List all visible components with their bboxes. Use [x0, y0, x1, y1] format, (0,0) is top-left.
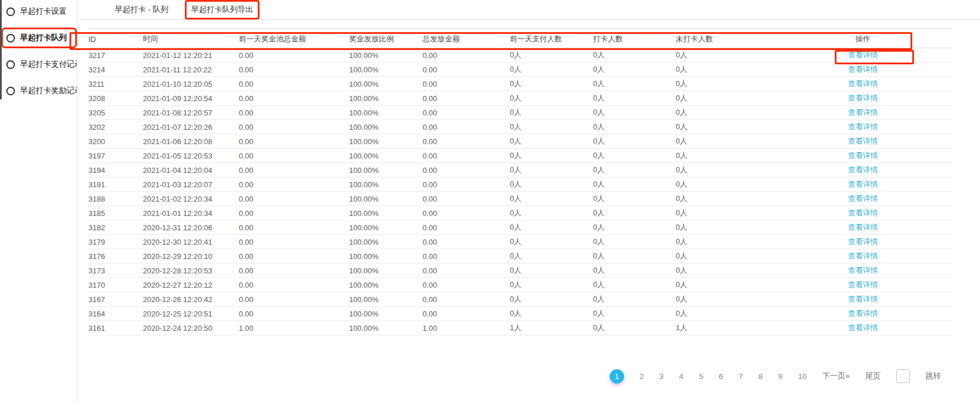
- cell-pool-amount: 1.00: [239, 324, 349, 333]
- page-number-4[interactable]: 4: [679, 372, 684, 381]
- view-detail-link[interactable]: 查看详情: [848, 180, 878, 188]
- cell-action: 查看详情: [773, 294, 952, 304]
- view-detail-link[interactable]: 查看详情: [848, 165, 878, 174]
- column-header-7: 未打卡人数: [676, 34, 773, 44]
- cell-ratio: 100.00%: [349, 324, 423, 333]
- cell-id: 3200: [88, 137, 143, 146]
- view-detail-link[interactable]: 查看详情: [848, 266, 878, 275]
- cell-action: 查看详情: [773, 165, 952, 175]
- view-detail-link[interactable]: 查看详情: [848, 194, 878, 203]
- sidebar-item-3[interactable]: 早起打卡奖励记录: [1, 80, 77, 101]
- page-number-3[interactable]: 3: [659, 372, 664, 381]
- cell-pool-amount: 0.00: [239, 152, 349, 160]
- page-number-5[interactable]: 5: [699, 372, 703, 381]
- jump-page-input[interactable]: [896, 369, 910, 383]
- cell-paid-count: 0人: [510, 150, 593, 161]
- cell-time: 2020-12-31 12:20:06: [143, 223, 239, 232]
- view-detail-link[interactable]: 查看详情: [848, 208, 878, 217]
- cell-unchecked-count: 0人: [676, 208, 773, 218]
- cell-total-amount: 0.00: [423, 94, 510, 103]
- cell-ratio: 100.00%: [349, 295, 423, 304]
- jump-button[interactable]: 跳转: [925, 371, 941, 381]
- cell-id: 3191: [88, 180, 143, 189]
- view-detail-link[interactable]: 查看详情: [848, 151, 878, 160]
- cell-checked-count: 0人: [593, 294, 676, 304]
- view-detail-link[interactable]: 查看详情: [848, 237, 878, 246]
- cell-checked-count: 0人: [593, 64, 676, 75]
- cell-total-amount: 0.00: [423, 310, 510, 318]
- tab-0[interactable]: 早起打卡 - 队列: [109, 0, 175, 20]
- cell-unchecked-count: 0人: [676, 93, 773, 103]
- cell-checked-count: 0人: [593, 280, 676, 290]
- cell-total-amount: 1.00: [423, 324, 510, 333]
- cell-pool-amount: 0.00: [239, 51, 349, 60]
- cell-id: 3182: [88, 223, 143, 232]
- view-detail-link[interactable]: 查看详情: [848, 280, 878, 289]
- cell-id: 3217: [88, 51, 143, 60]
- cell-id: 3164: [88, 310, 143, 318]
- view-detail-link[interactable]: 查看详情: [848, 94, 878, 102]
- cell-unchecked-count: 1人: [676, 323, 773, 333]
- last-page-button[interactable]: 尾页: [865, 371, 881, 381]
- queue-table: ID时间前一天奖金池总金额奖金发放比例总发放金额前一天支付人数打卡人数未打卡人数…: [88, 28, 952, 335]
- cell-id: 3197: [88, 152, 143, 160]
- page-number-7[interactable]: 7: [738, 372, 743, 381]
- table-row: 3208 2021-01-09 12:20:54 0.00 100.00% 0.…: [88, 91, 952, 106]
- table-row: 3214 2021-01-11 12:20:22 0.00 100.00% 0.…: [88, 63, 952, 77]
- cell-time: 2021-01-04 12:20:04: [143, 166, 239, 175]
- cell-id: 3188: [88, 195, 143, 203]
- table-row: 3217 2021-01-12 12:20:21 0.00 100.00% 0.…: [88, 48, 952, 63]
- view-detail-link[interactable]: 查看详情: [848, 108, 878, 117]
- cell-pool-amount: 0.00: [239, 166, 349, 175]
- sidebar-item-0[interactable]: 早起打卡设置: [1, 1, 77, 22]
- view-detail-link[interactable]: 查看详情: [848, 137, 878, 145]
- tab-1[interactable]: 早起打卡队列导出: [185, 0, 259, 20]
- cell-ratio: 100.00%: [349, 223, 423, 232]
- view-detail-link[interactable]: 查看详情: [848, 252, 878, 260]
- page-number-10[interactable]: 10: [798, 372, 807, 381]
- cell-action: 查看详情: [773, 280, 952, 290]
- cell-paid-count: 0人: [510, 64, 593, 75]
- page-number-6[interactable]: 6: [719, 372, 723, 381]
- view-detail-link[interactable]: 查看详情: [848, 223, 878, 231]
- view-detail-link[interactable]: 查看详情: [848, 309, 878, 318]
- cell-action: 查看详情: [773, 251, 952, 261]
- next-page-button[interactable]: 下一页»: [822, 371, 850, 381]
- cell-time: 2021-01-02 12:20:34: [143, 195, 239, 203]
- cell-ratio: 100.00%: [349, 152, 423, 160]
- column-header-4: 总发放金额: [423, 34, 510, 44]
- cell-total-amount: 0.00: [423, 281, 510, 289]
- view-detail-link[interactable]: 查看详情: [848, 122, 878, 131]
- page-number-8[interactable]: 8: [758, 372, 763, 381]
- cell-pool-amount: 0.00: [239, 266, 349, 275]
- page-number-1[interactable]: 1: [610, 369, 624, 384]
- cell-time: 2020-12-30 12:20:41: [143, 238, 239, 246]
- column-header-1: 时间: [143, 34, 239, 44]
- cell-ratio: 100.00%: [349, 80, 423, 88]
- view-detail-link[interactable]: 查看详情: [848, 51, 878, 59]
- cell-id: 3170: [88, 281, 143, 289]
- view-detail-link[interactable]: 查看详情: [848, 65, 878, 74]
- cell-paid-count: 0人: [510, 93, 593, 103]
- cell-checked-count: 0人: [593, 79, 676, 89]
- cell-paid-count: 0人: [510, 251, 593, 261]
- radio-circle-icon: [6, 87, 15, 95]
- cell-time: 2020-12-26 12:20:42: [143, 295, 239, 304]
- table-header-row: ID时间前一天奖金池总金额奖金发放比例总发放金额前一天支付人数打卡人数未打卡人数…: [88, 28, 952, 48]
- cell-id: 3214: [88, 65, 143, 74]
- page-number-9[interactable]: 9: [778, 372, 783, 381]
- sidebar-item-2[interactable]: 早起打卡支付记录: [1, 54, 77, 75]
- cell-unchecked-count: 0人: [676, 122, 773, 132]
- sidebar-item-label: 早起打卡奖励记录: [20, 86, 78, 96]
- table-row: 3205 2021-01-08 12:20:57 0.00 100.00% 0.…: [88, 106, 952, 120]
- view-detail-link[interactable]: 查看详情: [848, 79, 878, 88]
- cell-time: 2021-01-11 12:20:22: [143, 65, 239, 74]
- sidebar-item-1[interactable]: 早起打卡队列: [1, 28, 77, 48]
- view-detail-link[interactable]: 查看详情: [848, 295, 878, 303]
- view-detail-link[interactable]: 查看详情: [848, 323, 878, 332]
- cell-paid-count: 1人: [510, 323, 593, 333]
- table-row: 3191 2021-01-03 12:20:07 0.00 100.00% 0.…: [88, 177, 952, 192]
- page-number-2[interactable]: 2: [640, 372, 644, 381]
- cell-unchecked-count: 0人: [676, 150, 773, 161]
- cell-id: 3176: [88, 252, 143, 261]
